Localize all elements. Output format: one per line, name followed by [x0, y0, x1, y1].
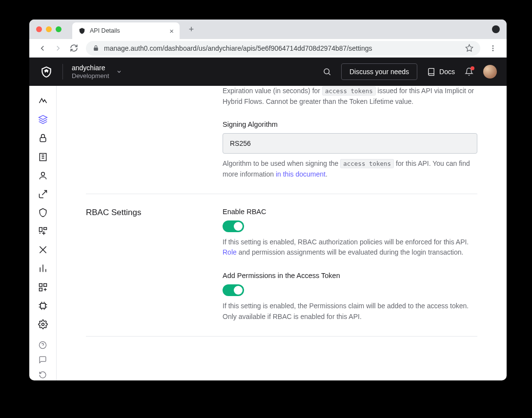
chrome-menu-button[interactable]	[484, 44, 502, 52]
chevron-down-icon	[116, 69, 122, 75]
svg-rect-11	[39, 288, 42, 291]
app-body: Expiration value (in seconds) for access…	[29, 86, 507, 380]
url-field[interactable]: manage.auth0.com/dashboard/us/andychiare…	[86, 41, 480, 56]
content-area[interactable]: Expiration value (in seconds) for access…	[57, 86, 507, 380]
titlebar-right	[492, 25, 507, 33]
shield-icon	[78, 27, 86, 35]
sidebar-users-icon[interactable]	[33, 168, 53, 183]
enable-rbac-help: If this setting is enabled, RBAC authori…	[223, 237, 477, 258]
back-button[interactable]	[38, 44, 47, 53]
add-permissions-toggle[interactable]	[223, 284, 244, 296]
svg-point-3	[324, 69, 329, 74]
tenant-name: andychiare	[72, 64, 109, 72]
svg-point-1	[492, 47, 494, 49]
sidebar-feedback-icon[interactable]	[33, 355, 53, 366]
lock-icon	[93, 45, 99, 51]
book-icon	[427, 68, 435, 76]
window-controls	[29, 26, 68, 32]
auth0-logo-icon[interactable]	[39, 64, 54, 79]
browser-tab[interactable]: API Details ×	[72, 22, 180, 39]
chrome-profile-button[interactable]	[492, 25, 500, 33]
add-permissions-help: If this setting is enabled, the Permissi…	[223, 301, 477, 322]
sidebar-pipelines-icon[interactable]	[33, 242, 53, 257]
close-icon[interactable]: ×	[169, 27, 174, 35]
sidebar-security-icon[interactable]	[33, 205, 53, 220]
sidebar-extensions-icon[interactable]	[33, 299, 53, 313]
forward-button[interactable]	[54, 44, 62, 53]
sidebar-monitoring-icon[interactable]	[33, 261, 53, 276]
search-icon[interactable]	[323, 67, 331, 76]
url-bar: manage.auth0.com/dashboard/us/andychiare…	[29, 39, 507, 58]
docs-label: Docs	[439, 68, 455, 76]
sidebar-activity-icon[interactable]	[33, 94, 53, 108]
new-tab-button[interactable]: +	[184, 22, 198, 36]
sidebar-history-icon[interactable]	[33, 369, 53, 380]
tab-title: API Details	[90, 27, 120, 34]
code-pill: access tokens	[340, 159, 394, 168]
notification-dot	[471, 66, 474, 70]
svg-rect-12	[41, 303, 45, 308]
titlebar: API Details × +	[29, 20, 507, 39]
enable-rbac-label: Enable RBAC	[223, 208, 477, 216]
signing-doc-link[interactable]: in this document	[276, 170, 326, 178]
sidebar-authentication-icon[interactable]	[33, 131, 53, 145]
tenant-switcher[interactable]: andychiare Development	[72, 64, 122, 80]
signing-algorithm-input[interactable]	[223, 133, 477, 154]
svg-rect-10	[43, 283, 46, 286]
rbac-section-title: RBAC Settings	[86, 208, 223, 218]
sidebar	[29, 86, 57, 380]
browser-window: API Details × + manage.auth0.com/dashboa…	[29, 20, 507, 380]
enable-rbac-toggle[interactable]	[223, 220, 244, 232]
signing-help: Algorithm to be used when signing the ac…	[223, 159, 477, 179]
reload-button[interactable]	[69, 44, 78, 53]
sidebar-applications-icon[interactable]	[33, 112, 53, 127]
code-pill: access tokens	[322, 86, 376, 96]
sidebar-branding-icon[interactable]	[33, 187, 53, 201]
window-maximize-button[interactable]	[56, 26, 61, 32]
expiration-help: Expiration value (in seconds) for access…	[223, 86, 477, 107]
discuss-needs-button[interactable]: Discuss your needs	[341, 63, 417, 80]
svg-point-2	[492, 50, 494, 51]
svg-rect-7	[39, 228, 42, 232]
notifications-button[interactable]	[465, 67, 473, 76]
app-header: andychiare Development Discuss your need…	[29, 58, 507, 86]
docs-link[interactable]: Docs	[427, 68, 455, 76]
sidebar-settings-icon[interactable]	[33, 317, 53, 332]
window-minimize-button[interactable]	[46, 26, 52, 32]
user-avatar[interactable]	[483, 65, 497, 79]
svg-rect-5	[40, 153, 46, 160]
svg-rect-9	[39, 283, 42, 286]
sidebar-organizations-icon[interactable]	[33, 149, 53, 164]
tenant-env: Development	[72, 72, 109, 80]
sidebar-help-icon[interactable]	[33, 339, 53, 351]
svg-point-0	[492, 45, 494, 47]
header-divider	[62, 64, 63, 80]
url-text: manage.auth0.com/dashboard/us/andychiare…	[104, 44, 372, 52]
add-permissions-label: Add Permissions in the Access Token	[223, 272, 477, 279]
sidebar-marketplace-icon[interactable]	[33, 280, 53, 295]
svg-rect-8	[43, 228, 46, 230]
svg-point-6	[41, 172, 44, 176]
svg-point-14	[39, 341, 46, 348]
signing-algorithm-label: Signing Algorithm	[223, 120, 477, 128]
svg-point-13	[41, 323, 44, 325]
role-link[interactable]: Role	[223, 248, 237, 256]
sidebar-actions-icon[interactable]	[33, 224, 53, 239]
bookmark-star-icon[interactable]	[465, 44, 473, 52]
svg-rect-4	[40, 138, 46, 142]
window-close-button[interactable]	[36, 26, 42, 32]
